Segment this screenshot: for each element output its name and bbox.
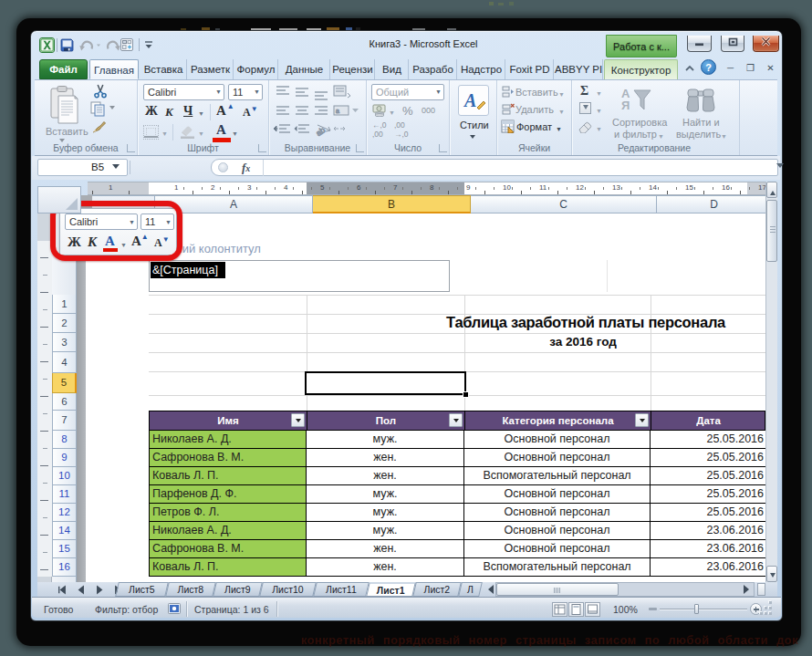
svg-text:A: A <box>463 90 476 110</box>
svg-text:Я: Я <box>621 99 630 112</box>
svg-text:ab: ab <box>314 125 327 138</box>
svg-text:a: a <box>336 108 339 114</box>
